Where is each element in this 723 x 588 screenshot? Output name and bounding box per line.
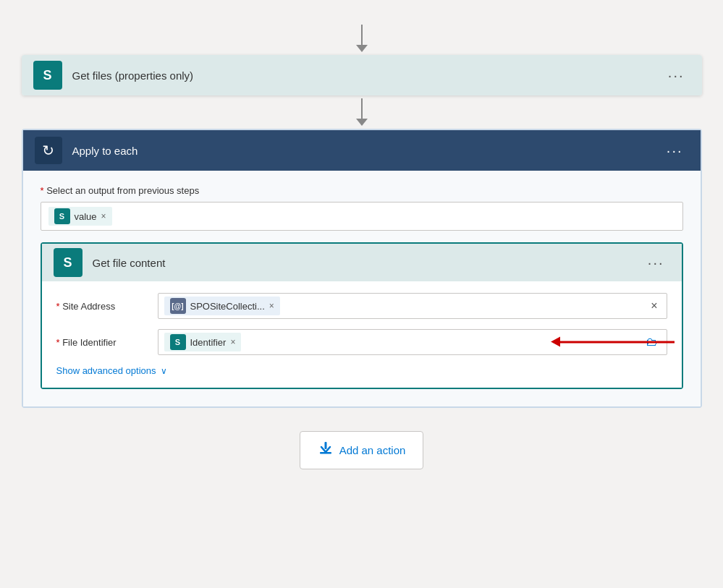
- get-files-title: Get files (properties only): [72, 69, 662, 82]
- file-identifier-row: * File Identifier S Identifier × 🗁: [56, 329, 667, 355]
- file-identifier-token: S Identifier ×: [164, 333, 242, 351]
- apply-each-icon: ↺: [35, 137, 62, 164]
- site-address-field[interactable]: [@] SPOSiteCollecti... × ×: [158, 293, 667, 319]
- apply-each-header[interactable]: ↺ Apply to each ···: [23, 130, 701, 171]
- annotation-arrow: [551, 341, 675, 344]
- get-files-more-button[interactable]: ···: [662, 65, 690, 85]
- get-file-content-card: S Get file content ··· * Site Address: [41, 242, 683, 389]
- get-file-content-icon: S: [54, 248, 83, 277]
- flow-container: S Get files (properties only) ··· ↺ Appl…: [7, 14, 716, 498]
- add-action-section: Add an action: [300, 431, 424, 469]
- site-address-clear-button[interactable]: ×: [648, 297, 660, 315]
- chevron-down-icon: ∨: [161, 366, 167, 376]
- get-file-content-more-button[interactable]: ···: [642, 252, 670, 273]
- value-token-icon: S: [54, 208, 70, 224]
- get-files-card: S Get files (properties only) ···: [22, 55, 702, 95]
- value-token-input[interactable]: S value ×: [41, 202, 683, 231]
- show-advanced-button[interactable]: Show advanced options ∨: [56, 365, 167, 376]
- file-identifier-label: * File Identifier: [56, 337, 158, 348]
- get-file-content-body: * Site Address [@] SPOSiteCollecti... × …: [42, 281, 682, 388]
- site-address-token: [@] SPOSiteCollecti... ×: [164, 297, 280, 315]
- middle-arrow: [356, 98, 368, 126]
- get-file-content-header[interactable]: S Get file content ···: [42, 244, 682, 281]
- site-address-token-icon: [@]: [170, 298, 186, 314]
- add-action-icon: [318, 440, 334, 460]
- file-identifier-token-icon: S: [170, 334, 186, 350]
- select-output-label: * Select an output from previous steps: [41, 185, 683, 196]
- add-action-button[interactable]: Add an action: [300, 431, 424, 469]
- top-arrow: [356, 25, 368, 52]
- site-address-row: * Site Address [@] SPOSiteCollecti... × …: [56, 293, 667, 319]
- site-address-token-close[interactable]: ×: [269, 301, 274, 311]
- svg-rect-1: [324, 442, 326, 449]
- get-files-icon: S: [33, 61, 62, 90]
- apply-each-title: Apply to each: [72, 145, 661, 157]
- apply-each-body: * Select an output from previous steps S…: [23, 171, 701, 406]
- file-identifier-token-close[interactable]: ×: [230, 337, 235, 347]
- apply-each-container: ↺ Apply to each ··· * Select an output f…: [22, 129, 702, 408]
- value-token: S value ×: [48, 207, 112, 226]
- apply-each-more-button[interactable]: ···: [661, 140, 689, 161]
- site-address-label: * Site Address: [56, 301, 158, 312]
- get-files-header[interactable]: S Get files (properties only) ···: [22, 55, 702, 95]
- value-token-close[interactable]: ×: [101, 211, 106, 221]
- get-file-content-title: Get file content: [93, 257, 642, 269]
